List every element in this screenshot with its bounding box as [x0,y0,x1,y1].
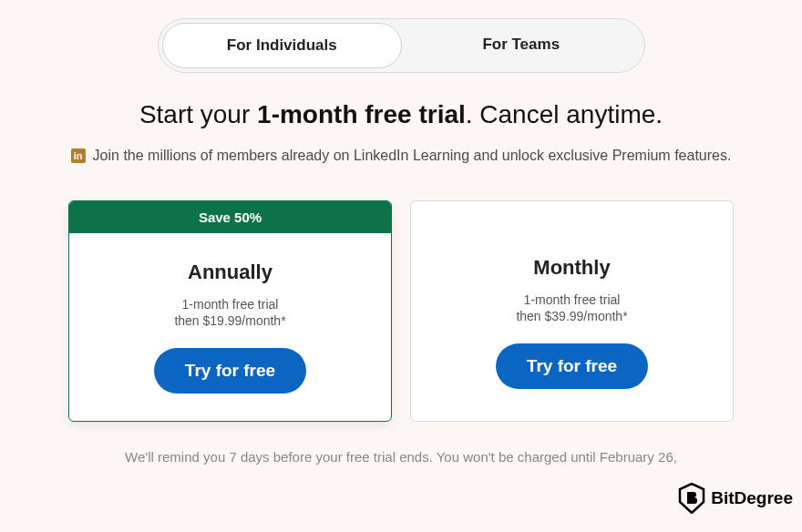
headline-bold: 1-month free trial [257,100,466,128]
plan-card-monthly: Monthly 1-month free trial then $39.99/m… [410,200,734,422]
subline-text: Join the millions of members already on … [93,148,732,164]
plan-card-annually: Save 50% Annually 1-month free trial the… [68,200,392,422]
plan-price-monthly: then $39.99/month* [429,309,715,323]
plan-name-monthly: Monthly [429,256,715,280]
plan-name-annually: Annually [87,261,373,284]
plans-container: Save 50% Annually 1-month free trial the… [64,200,738,422]
tab-teams[interactable]: For Teams [402,23,641,68]
tab-individuals[interactable]: For Individuals [162,23,403,68]
plan-trial-monthly: 1-month free trial [429,292,715,307]
plan-tab-switcher: For Individuals For Teams [158,18,645,73]
headline-prefix: Start your [139,100,257,128]
footer-note: We'll remind you 7 days before your free… [64,449,738,465]
save-banner: Save 50% [69,201,391,233]
plan-trial-annually: 1-month free trial [87,297,373,312]
plan-price-annually: then $19.99/month* [87,313,373,328]
headline-suffix: . Cancel anytime. [466,100,663,128]
bitdegree-icon [678,483,705,514]
bitdegree-watermark: BitDegree [678,483,793,514]
linkedin-icon: in [71,148,86,163]
page-headline: Start your 1-month free trial. Cancel an… [64,100,738,129]
watermark-text: BitDegree [711,488,793,508]
try-free-button-annually[interactable]: Try for free [154,348,306,394]
try-free-button-monthly[interactable]: Try for free [496,343,648,389]
subline: in Join the millions of members already … [64,148,738,164]
